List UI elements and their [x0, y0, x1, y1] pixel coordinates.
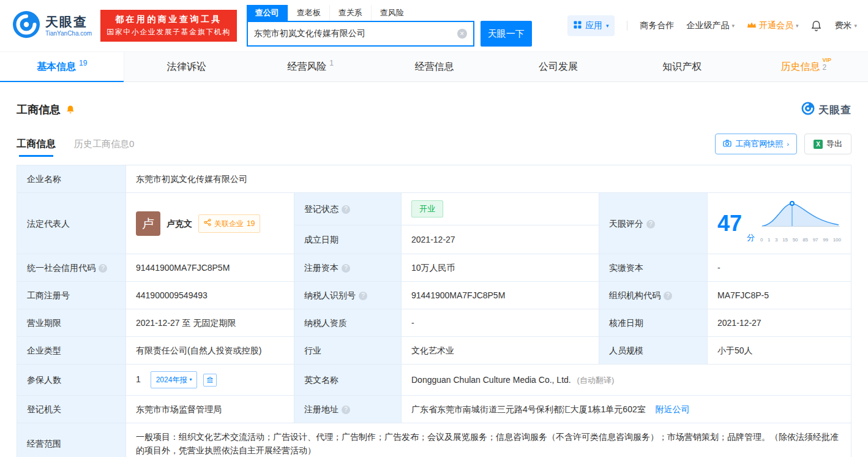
brand-domain: TianYanCha.com: [45, 30, 92, 37]
official-snapshot-label: 工商官网快照: [735, 138, 783, 149]
export-button[interactable]: X 导出: [804, 134, 851, 154]
tab-intellectual-property[interactable]: 知识产权: [620, 52, 744, 81]
company-section-tabs: 基本信息 19 法律诉讼 经营风险 1 经营信息 公司发展 知识产权 历史信息 …: [0, 51, 868, 82]
status-badge: 开业: [411, 200, 443, 217]
share-icon: [204, 217, 211, 230]
established-label: 成立日期: [294, 225, 402, 254]
tab-operating-risk[interactable]: 经营风险 1: [249, 52, 372, 81]
help-icon[interactable]: ?: [646, 220, 655, 228]
tab-legal-label: 法律诉讼: [167, 61, 206, 74]
nav-enterprise-products[interactable]: 企业级产品 ▾: [686, 20, 735, 31]
score-unit: 分: [747, 231, 755, 244]
company-type-label: 企业类型: [17, 337, 126, 364]
address-label: 注册地址?: [294, 396, 402, 423]
tab-operating-label: 经营信息: [414, 61, 454, 74]
annual-report-archive-icon[interactable]: [203, 374, 217, 387]
search-block: 查公司 查老板 查关系 查风险 × 天眼一下: [247, 5, 532, 47]
tianyancha-logo[interactable]: 天眼查 TianYanCha.com: [12, 10, 92, 41]
vip-badge: VIP: [822, 58, 831, 63]
export-label: 导出: [826, 138, 842, 149]
legal-rep-label: 法定代表人: [17, 193, 126, 254]
tab-history-count-wrap: VIP 2: [822, 58, 831, 71]
notifications-bell-icon[interactable]: [810, 20, 822, 32]
related-companies-badge[interactable]: 关联企业 19: [198, 214, 260, 233]
score-value-cell: 47 分 0131550859799100: [708, 193, 851, 254]
legal-rep-avatar[interactable]: 卢: [136, 211, 160, 236]
search-tab-relation[interactable]: 查关系: [329, 5, 371, 21]
nav-apps[interactable]: 应用 ▾: [567, 15, 615, 36]
tab-operating-info[interactable]: 经营信息: [372, 52, 496, 81]
business-info-table: 企业名称 东莞市初岚文化传媒有限公司 法定代表人 卢 卢克文: [17, 165, 851, 457]
help-icon[interactable]: ?: [342, 205, 350, 214]
tab-ip-label: 知识产权: [662, 61, 702, 74]
staff-size-value: 小于50人: [708, 337, 851, 364]
chevron-down-icon: ▾: [854, 23, 857, 29]
clear-search-icon[interactable]: ×: [457, 29, 467, 39]
business-scope-label: 经营范围: [17, 423, 126, 457]
help-icon[interactable]: ?: [359, 292, 367, 300]
tab-basic-info[interactable]: 基本信息 19: [0, 52, 124, 81]
legal-rep-value: 卢 卢克文 关联企业 19: [126, 193, 294, 254]
chevron-down-icon: ▾: [731, 23, 735, 29]
table-row: 经营范围 一般项目：组织文化艺术交流活动；广告设计、代理；广告制作；广告发布；会…: [17, 423, 851, 457]
watermark-logo: 天眼查: [801, 102, 851, 118]
search-tab-company[interactable]: 查公司: [247, 5, 288, 21]
industry-label: 行业: [294, 337, 402, 364]
help-icon[interactable]: ?: [342, 406, 350, 414]
table-row: 工商注册号 441900009549493 纳税人识别号? 91441900MA…: [17, 282, 851, 309]
company-name-label: 企业名称: [17, 165, 126, 193]
tab-development-label: 公司发展: [539, 61, 578, 74]
help-icon[interactable]: ?: [342, 264, 350, 273]
search-tab-risk[interactable]: 查风险: [371, 5, 413, 21]
tab-legal-proceedings[interactable]: 法律诉讼: [124, 52, 248, 81]
camera-icon: [723, 139, 731, 149]
nav-user-account[interactable]: 费米 ▾: [834, 20, 857, 31]
nav-open-vip-label: 开通会员: [759, 20, 793, 31]
promo-banner-line2: 国家中小企业发展子基金旗下机构: [107, 27, 231, 37]
search-input[interactable]: [254, 29, 457, 39]
score-distribution-chart[interactable]: 0131550859799100: [760, 200, 841, 247]
english-name-value: Dongguan Chulan Culture Media Co., Ltd. …: [402, 364, 851, 396]
help-icon[interactable]: ?: [99, 264, 107, 273]
table-row: 企业名称 东莞市初岚文化传媒有限公司: [17, 165, 851, 193]
search-button[interactable]: 天眼一下: [481, 21, 532, 47]
company-name-value: 东莞市初岚文化传媒有限公司: [126, 165, 851, 193]
annual-report-badge[interactable]: 2024年报 ▾: [151, 371, 198, 388]
official-snapshot-button[interactable]: 工商官网快照 ›: [715, 134, 797, 154]
tab-history-count: 2: [822, 64, 826, 71]
table-row: 企业类型 有限责任公司(自然人投资或控股) 行业 文化艺术业 人员规模 小于50…: [17, 337, 851, 364]
search-tab-boss[interactable]: 查老板: [288, 5, 329, 21]
legal-rep-name-link[interactable]: 卢克文: [166, 217, 192, 230]
subtab-business-info[interactable]: 工商信息: [17, 138, 56, 151]
reg-status-label: 登记状态?: [294, 193, 402, 225]
reg-capital-value: 10万人民币: [402, 254, 599, 282]
tab-company-development[interactable]: 公司发展: [496, 52, 620, 81]
taxpayer-quality-value: -: [402, 309, 599, 337]
nearby-companies-link[interactable]: 附近公司: [656, 404, 690, 414]
promo-banner-line1: 都在用的商业查询工具: [107, 14, 231, 25]
score-axis-labels: 0131550859799100: [760, 233, 841, 247]
address-value: 广东省东莞市南城街道三元路4号保利都汇大厦1栋1单元602室 附近公司: [402, 396, 851, 423]
table-row: 法定代表人 卢 卢克文: [17, 193, 851, 225]
subscribe-bell-icon[interactable]: [65, 105, 75, 115]
crown-icon: [747, 21, 757, 31]
brand-name: 天眼查: [45, 15, 92, 29]
paid-capital-value: -: [708, 254, 851, 282]
promo-banner[interactable]: 都在用的商业查询工具 国家中小企业发展子基金旗下机构: [100, 10, 237, 42]
staff-size-label: 人员规模: [599, 337, 708, 364]
help-icon[interactable]: ?: [664, 292, 672, 300]
registry-label: 登记机关: [17, 396, 126, 423]
tab-history-info[interactable]: 历史信息 VIP 2: [744, 52, 868, 81]
nav-open-vip[interactable]: 开通会员 ▾: [747, 20, 799, 31]
nav-cooperation[interactable]: 商务合作: [640, 20, 674, 31]
approval-date-label: 核准日期: [599, 309, 708, 337]
score-label: 天眼评分?: [599, 193, 708, 254]
chevron-down-icon: ▾: [796, 23, 799, 29]
business-term-label: 营业期限: [17, 309, 126, 337]
english-name-label: 英文名称: [294, 364, 402, 396]
subtab-history-business-info[interactable]: 历史工商信息0: [74, 138, 134, 150]
annual-report-label: 2024年报: [156, 373, 187, 387]
header-nav: 应用 ▾ 商务合作 企业级产品 ▾ 开通会员 ▾ 费米 ▾: [567, 15, 857, 36]
watermark-logo-icon: [801, 102, 815, 118]
search-tabs: 查公司 查老板 查关系 查风险: [247, 5, 532, 21]
